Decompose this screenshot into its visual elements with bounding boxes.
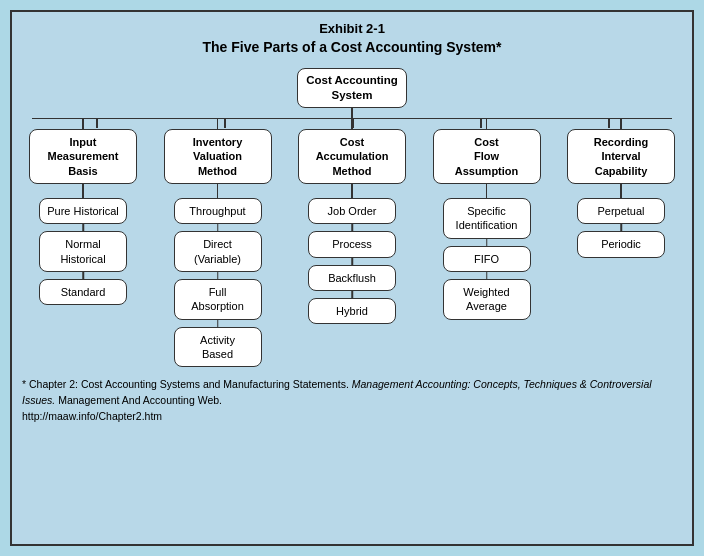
col-recording-interval: RecordingIntervalCapability Perpetual Pe… [560,119,682,257]
col-input-measurement: InputMeasurementBasis Pure Historical No… [22,119,144,305]
col1-header: InputMeasurementBasis [29,129,137,184]
col5-connector [620,119,622,129]
child-full-absorption: FullAbsorption [174,279,262,320]
child-throughput: Throughput [174,198,262,224]
col-inventory-valuation: InventoryValuationMethod Throughput Dire… [157,119,279,367]
col4-header: CostFlowAssumption [433,129,541,184]
child-backflush: Backflush [308,265,396,291]
col5-children: Perpetual Periodic [577,198,665,258]
tick-3 [352,118,354,128]
col3-vline [351,184,353,198]
col4-vline [486,184,488,198]
tick-1 [96,118,98,128]
page: Exhibit 2-1 The Five Parts of a Cost Acc… [10,10,694,546]
col5-vline [620,184,622,198]
exhibit-subtitle: The Five Parts of a Cost Accounting Syst… [18,38,686,58]
exhibit-title: Exhibit 2-1 [18,20,686,38]
child-hybrid: Hybrid [308,298,396,324]
root-node: Cost AccountingSystem [297,68,407,118]
col1-children: Pure Historical Normal Historical Standa… [39,198,127,305]
main-title: Exhibit 2-1 The Five Parts of a Cost Acc… [18,20,686,58]
root-vline [351,108,353,118]
five-columns: InputMeasurementBasis Pure Historical No… [22,119,682,367]
footer-italic: Management Accounting: Concepts, Techniq… [22,378,652,406]
tick-4 [480,118,482,128]
child-process: Process [308,231,396,257]
child-activity-based: ActivityBased [174,327,262,368]
child-pure-historical: Pure Historical [39,198,127,224]
col-cost-accumulation: CostAccumulationMethod Job Order Process… [291,119,413,324]
child-fifo: FIFO [443,246,531,272]
col1-vline [82,184,84,198]
root-box: Cost AccountingSystem [297,68,407,108]
tick-5 [608,118,610,128]
footer-text: * Chapter 2: Cost Accounting Systems and… [22,378,652,422]
col3-children: Job Order Process Backflush Hybrid [308,198,396,324]
child-periodic: Periodic [577,231,665,257]
col4-children: SpecificIdentification FIFO WeightedAver… [443,198,531,319]
footer-url: http://maaw.info/Chapter2.htm [22,410,162,422]
child-standard: Standard [39,279,127,305]
child-normal-historical: Normal Historical [39,231,127,272]
col5-header: RecordingIntervalCapability [567,129,675,184]
col4-connector [486,119,488,129]
child-specific-id: SpecificIdentification [443,198,531,239]
h-connector [32,118,672,120]
tick-2 [224,118,226,128]
col2-header: InventoryValuationMethod [164,129,272,184]
diagram: Cost AccountingSystem InputMeasurementBa… [18,68,686,367]
child-direct-variable: Direct(Variable) [174,231,262,272]
col2-vline [217,184,219,198]
col-cost-flow: CostFlowAssumption SpecificIdentificatio… [426,119,548,319]
col2-connector [217,119,219,129]
col3-header: CostAccumulationMethod [298,129,406,184]
child-job-order: Job Order [308,198,396,224]
child-perpetual: Perpetual [577,198,665,224]
col1-connector [82,119,84,129]
col2-children: Throughput Direct(Variable) FullAbsorpti… [174,198,262,367]
footer-note: * Chapter 2: Cost Accounting Systems and… [18,377,686,424]
child-weighted-average: WeightedAverage [443,279,531,320]
